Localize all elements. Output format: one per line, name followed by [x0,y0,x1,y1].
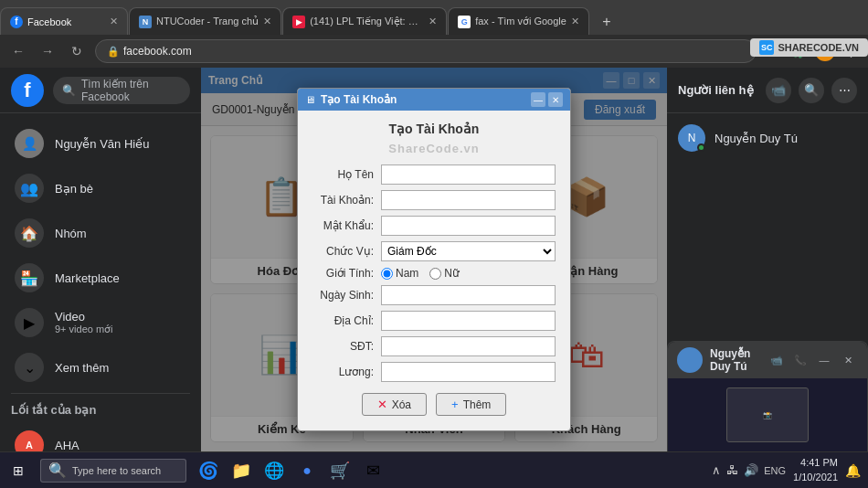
dialog-watermark: ShareCode.vn [312,142,556,155]
contact-initial: N [688,132,696,144]
sidebar-item-more[interactable]: ⌄ Xem thêm [4,345,197,389]
tab-ntucoder-close[interactable]: ✕ [263,16,271,27]
radio-nu-input[interactable] [429,268,441,280]
tab-google-close[interactable]: ✕ [571,16,579,27]
input-taikhoan[interactable] [381,190,556,210]
address-input[interactable]: 🔒 facebook.com [95,39,757,63]
lock-icon: 🔒 [107,46,120,58]
google-favicon: G [458,16,471,28]
sidebar-item-groups[interactable]: 🏠 Nhóm [4,211,197,255]
input-matkhau[interactable] [381,216,556,236]
contact-avatar-nguyen-duy-tu: N [678,124,705,152]
form-row-sdt: SĐT: [312,336,556,356]
chat-contact-name: Nguyễn Duy Tú [710,347,759,373]
fb-logo: f [11,74,44,107]
action-center-icon[interactable]: 🔔 [845,463,861,478]
chat-header: Nguyễn Duy Tú 📹 📞 — ✕ [668,342,867,378]
chat-video-button[interactable]: 📹 [767,350,787,370]
dialog-titlebar: 🖥 Tạo Tài Khoản — ✕ [298,89,570,111]
chat-call-button[interactable]: 📞 [790,350,810,370]
friends-icon: 👥 [15,174,44,203]
tab-youtube[interactable]: ▶ (141) LPL Tiếng Việt: WE vs. RW... ✕ [282,7,447,35]
input-ngaysinh[interactable] [381,285,556,305]
input-luong[interactable] [381,362,556,382]
sharecode-label: SHARECODE.VN [778,42,859,53]
volume-icon[interactable]: 🔊 [744,463,758,477]
browser-bar: f Facebook ✕ N NTUCoder - Trang chủ ✕ ▶ … [0,0,868,35]
tab-google[interactable]: G fax - Tìm với Google ✕ [448,7,589,35]
clock-time: 4:41 PM [793,456,838,470]
taskbar-search[interactable]: 🔍 Type here to search [40,459,186,483]
forward-button[interactable]: → [37,40,58,62]
sharecode-icon: SC [759,40,774,55]
chat-action-buttons: 📹 📞 — ✕ [767,350,858,370]
radio-nam-input[interactable] [381,268,393,280]
sidebar-item-profile[interactable]: 👤 Nguyễn Văn Hiếu [4,122,197,165]
form-row-ngaysinh: Ngày Sinh: [312,285,556,305]
new-tab-button[interactable]: + [594,9,619,35]
tab-facebook-close[interactable]: ✕ [110,16,118,27]
taskbar-app-edge[interactable]: 🌐 [259,456,289,485]
dialog-minimize-button[interactable]: — [531,92,545,107]
radio-nam[interactable]: Nam [381,267,418,280]
chat-minimize-button[interactable]: — [814,350,834,370]
tab-youtube-label: (141) LPL Tiếng Việt: WE vs. RW... [310,16,424,27]
shortcut-aha-label: AHA [55,439,186,452]
network-icon[interactable]: 🖧 [726,463,738,477]
sidebar-item-marketplace-label: Marketplace [55,271,186,285]
refresh-button[interactable]: ↻ [66,40,88,62]
taskbar-app-cortana[interactable]: 🌀 [194,456,223,485]
radio-group-gioitinh: Nam Nữ [381,267,556,280]
sidebar-item-marketplace[interactable]: 🏪 Marketplace [4,256,197,300]
form-label-chucvu: Chức Vụ: [312,245,381,258]
input-diachi[interactable] [381,311,556,331]
form-row-diachi: Địa Chỉ: [312,311,556,331]
aha-avatar: A [15,430,44,451]
shortcut-aha[interactable]: A AHA [4,423,197,451]
address-text: facebook.com [123,45,192,58]
tab-youtube-close[interactable]: ✕ [429,16,437,27]
add-button[interactable]: + Thêm [436,393,506,416]
contact-list: N Nguyễn Duy Tú [667,113,868,163]
taskbar-app-chrome[interactable]: ● [292,456,322,485]
delete-button[interactable]: ✕ Xóa [362,393,427,416]
dialog-close-button[interactable]: ✕ [548,92,563,107]
taskbar-search-icon: 🔍 [48,461,67,479]
start-button[interactable]: ⊞ [0,452,37,489]
search-contacts-icon[interactable]: 🔍 [799,78,824,103]
facebook-main: f 🔍 Tìm kiếm trên Facebook 👤 Nguyễn Văn … [0,68,868,451]
dialog-window-buttons: — ✕ [531,92,563,107]
form-row-chucvu: Chức Vụ: Giám Đốc Nhân Viên Quản Lý [312,241,556,261]
system-tray-icons: ∧ 🖧 🔊 ENG [712,463,786,477]
fb-right-panel: Người liên hệ 📹 🔍 ⋯ N Nguyễn Duy Tú [667,68,868,451]
more-options-icon[interactable]: ⋯ [831,78,857,103]
language-indicator[interactable]: ENG [764,465,786,476]
sidebar-item-video[interactable]: ▶ Video 9+ video mới [4,301,197,345]
youtube-favicon: ▶ [292,16,305,28]
back-button[interactable]: ← [7,40,29,62]
taskbar-app-store[interactable]: 🛒 [325,456,355,485]
contact-item-nguyen-duy-tu[interactable]: N Nguyễn Duy Tú [667,121,868,155]
main-container: f Facebook ✕ N NTUCoder - Trang chủ ✕ ▶ … [0,0,868,488]
video-call-icon[interactable]: 📹 [766,78,791,103]
chat-close-button[interactable]: ✕ [838,350,858,370]
delete-icon: ✕ [377,398,387,411]
taskbar-right: ∧ 🖧 🔊 ENG 4:41 PM 1/10/2021 🔔 [712,456,868,484]
taskbar-clock[interactable]: 4:41 PM 1/10/2021 [793,456,838,484]
search-icon: 🔍 [62,84,76,97]
select-chucvu[interactable]: Giám Đốc Nhân Viên Quản Lý [381,241,556,261]
input-sdt[interactable] [381,336,556,356]
marketplace-icon: 🏪 [15,263,44,292]
radio-nu[interactable]: Nữ [429,267,460,280]
form-row-luong: Lương: [312,362,556,382]
tray-arrow-icon[interactable]: ∧ [712,463,721,477]
form-row-gioitinh: Giới Tính: Nam Nữ [312,267,556,280]
form-label-sdt: SĐT: [312,340,381,353]
tab-facebook[interactable]: f Facebook ✕ [0,7,128,35]
taskbar-app-file-explorer[interactable]: 📁 [227,456,256,485]
fb-search[interactable]: 🔍 Tìm kiếm trên Facebook [53,77,190,104]
tab-ntucoder[interactable]: N NTUCoder - Trang chủ ✕ [129,7,281,35]
input-hoten[interactable] [381,164,556,185]
sidebar-item-friends[interactable]: 👥 Bạn bè [4,166,197,210]
taskbar-app-mail[interactable]: ✉ [358,456,387,485]
